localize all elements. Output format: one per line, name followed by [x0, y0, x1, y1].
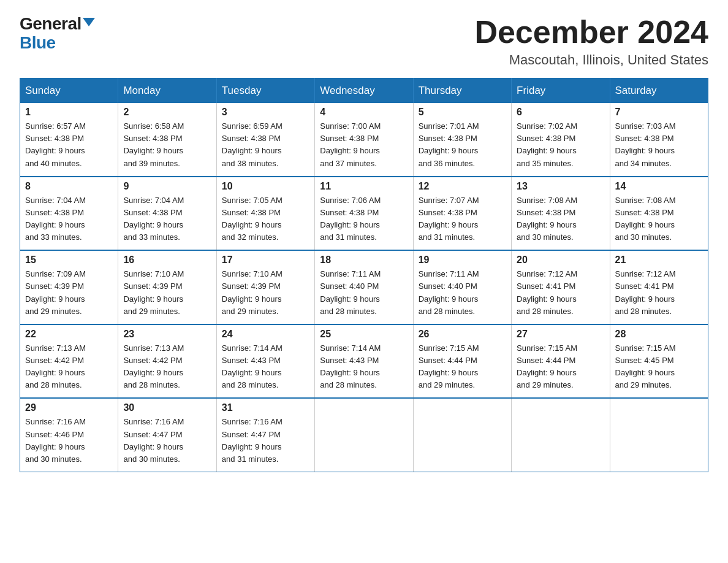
day-info: Sunrise: 7:12 AMSunset: 4:41 PMDaylight:…	[615, 269, 676, 315]
calendar-cell: 9 Sunrise: 7:04 AMSunset: 4:38 PMDayligh…	[118, 177, 216, 251]
title-block: December 2024 Mascoutah, Illinois, Unite…	[474, 15, 708, 68]
calendar-week-row: 1 Sunrise: 6:57 AMSunset: 4:38 PMDayligh…	[20, 103, 708, 177]
day-number: 13	[517, 181, 604, 192]
calendar-cell: 7 Sunrise: 7:03 AMSunset: 4:38 PMDayligh…	[610, 103, 708, 177]
calendar-cell: 3 Sunrise: 6:59 AMSunset: 4:38 PMDayligh…	[216, 103, 314, 177]
day-number: 25	[320, 329, 408, 340]
month-title: December 2024	[474, 15, 708, 50]
calendar-cell: 16 Sunrise: 7:10 AMSunset: 4:39 PMDaylig…	[118, 250, 216, 324]
calendar-cell: 1 Sunrise: 6:57 AMSunset: 4:38 PMDayligh…	[20, 103, 118, 177]
day-number: 3	[222, 107, 309, 118]
header-friday: Friday	[512, 79, 610, 104]
calendar-cell	[512, 398, 610, 472]
day-info: Sunrise: 7:08 AMSunset: 4:38 PMDaylight:…	[615, 196, 676, 242]
logo: General Blue	[20, 15, 95, 53]
location-title: Mascoutah, Illinois, United States	[474, 52, 708, 68]
weekday-header-row: Sunday Monday Tuesday Wednesday Thursday…	[20, 79, 708, 104]
day-info: Sunrise: 7:04 AMSunset: 4:38 PMDaylight:…	[25, 196, 86, 242]
calendar-cell: 29 Sunrise: 7:16 AMSunset: 4:46 PMDaylig…	[20, 398, 118, 472]
day-info: Sunrise: 7:08 AMSunset: 4:38 PMDaylight:…	[517, 196, 577, 242]
day-info: Sunrise: 7:11 AMSunset: 4:40 PMDaylight:…	[320, 269, 381, 315]
day-info: Sunrise: 7:16 AMSunset: 4:46 PMDaylight:…	[25, 417, 86, 463]
calendar-cell: 14 Sunrise: 7:08 AMSunset: 4:38 PMDaylig…	[610, 177, 708, 251]
day-info: Sunrise: 7:09 AMSunset: 4:39 PMDaylight:…	[25, 269, 86, 315]
day-info: Sunrise: 7:00 AMSunset: 4:38 PMDaylight:…	[320, 121, 381, 167]
calendar-cell: 19 Sunrise: 7:11 AMSunset: 4:40 PMDaylig…	[413, 250, 511, 324]
day-info: Sunrise: 7:04 AMSunset: 4:38 PMDaylight:…	[123, 196, 184, 242]
day-info: Sunrise: 7:13 AMSunset: 4:42 PMDaylight:…	[25, 343, 86, 389]
day-info: Sunrise: 7:14 AMSunset: 4:43 PMDaylight:…	[320, 343, 381, 389]
day-number: 30	[123, 402, 211, 413]
day-number: 15	[25, 255, 113, 266]
day-number: 23	[123, 329, 211, 340]
day-number: 16	[123, 255, 211, 266]
day-info: Sunrise: 7:07 AMSunset: 4:38 PMDaylight:…	[419, 196, 479, 242]
calendar-cell: 24 Sunrise: 7:14 AMSunset: 4:43 PMDaylig…	[216, 324, 314, 399]
header-thursday: Thursday	[413, 79, 511, 104]
header-tuesday: Tuesday	[216, 79, 314, 104]
calendar-cell: 10 Sunrise: 7:05 AMSunset: 4:38 PMDaylig…	[216, 177, 314, 251]
day-info: Sunrise: 7:15 AMSunset: 4:44 PMDaylight:…	[517, 343, 577, 389]
calendar-cell: 8 Sunrise: 7:04 AMSunset: 4:38 PMDayligh…	[20, 177, 118, 251]
calendar-cell	[413, 398, 511, 472]
day-info: Sunrise: 7:12 AMSunset: 4:41 PMDaylight:…	[517, 269, 577, 315]
day-info: Sunrise: 7:11 AMSunset: 4:40 PMDaylight:…	[419, 269, 479, 315]
calendar-week-row: 8 Sunrise: 7:04 AMSunset: 4:38 PMDayligh…	[20, 177, 708, 251]
calendar-cell: 30 Sunrise: 7:16 AMSunset: 4:47 PMDaylig…	[118, 398, 216, 472]
header-saturday: Saturday	[610, 79, 708, 104]
day-number: 26	[419, 329, 506, 340]
day-number: 22	[25, 329, 113, 340]
day-number: 1	[25, 107, 113, 118]
calendar-cell	[610, 398, 708, 472]
calendar-week-row: 15 Sunrise: 7:09 AMSunset: 4:39 PMDaylig…	[20, 250, 708, 324]
calendar-body: 1 Sunrise: 6:57 AMSunset: 4:38 PMDayligh…	[20, 103, 708, 472]
day-number: 21	[615, 255, 703, 266]
day-number: 29	[25, 402, 113, 413]
day-info: Sunrise: 7:10 AMSunset: 4:39 PMDaylight:…	[123, 269, 184, 315]
day-number: 6	[517, 107, 604, 118]
calendar-cell: 28 Sunrise: 7:15 AMSunset: 4:45 PMDaylig…	[610, 324, 708, 399]
header-monday: Monday	[118, 79, 216, 104]
day-info: Sunrise: 7:01 AMSunset: 4:38 PMDaylight:…	[419, 121, 479, 167]
calendar-cell: 6 Sunrise: 7:02 AMSunset: 4:38 PMDayligh…	[512, 103, 610, 177]
logo-blue-text: Blue	[20, 34, 56, 53]
calendar-cell: 20 Sunrise: 7:12 AMSunset: 4:41 PMDaylig…	[512, 250, 610, 324]
day-number: 10	[222, 181, 309, 192]
header-sunday: Sunday	[20, 79, 118, 104]
day-number: 7	[615, 107, 703, 118]
day-number: 2	[123, 107, 211, 118]
calendar-cell: 21 Sunrise: 7:12 AMSunset: 4:41 PMDaylig…	[610, 250, 708, 324]
calendar-cell: 25 Sunrise: 7:14 AMSunset: 4:43 PMDaylig…	[315, 324, 413, 399]
day-info: Sunrise: 7:15 AMSunset: 4:45 PMDaylight:…	[615, 343, 676, 389]
day-number: 11	[320, 181, 408, 192]
calendar-week-row: 29 Sunrise: 7:16 AMSunset: 4:46 PMDaylig…	[20, 398, 708, 472]
day-number: 4	[320, 107, 408, 118]
day-number: 27	[517, 329, 604, 340]
calendar-cell: 4 Sunrise: 7:00 AMSunset: 4:38 PMDayligh…	[315, 103, 413, 177]
day-info: Sunrise: 6:57 AMSunset: 4:38 PMDaylight:…	[25, 121, 86, 167]
calendar-cell: 31 Sunrise: 7:16 AMSunset: 4:47 PMDaylig…	[216, 398, 314, 472]
calendar-week-row: 22 Sunrise: 7:13 AMSunset: 4:42 PMDaylig…	[20, 324, 708, 399]
calendar-cell: 2 Sunrise: 6:58 AMSunset: 4:38 PMDayligh…	[118, 103, 216, 177]
day-info: Sunrise: 7:16 AMSunset: 4:47 PMDaylight:…	[222, 417, 282, 463]
calendar-cell: 13 Sunrise: 7:08 AMSunset: 4:38 PMDaylig…	[512, 177, 610, 251]
calendar-cell: 22 Sunrise: 7:13 AMSunset: 4:42 PMDaylig…	[20, 324, 118, 399]
day-number: 18	[320, 255, 408, 266]
calendar-cell: 11 Sunrise: 7:06 AMSunset: 4:38 PMDaylig…	[315, 177, 413, 251]
day-number: 24	[222, 329, 309, 340]
calendar-table: Sunday Monday Tuesday Wednesday Thursday…	[20, 78, 708, 472]
day-number: 8	[25, 181, 113, 192]
day-info: Sunrise: 6:59 AMSunset: 4:38 PMDaylight:…	[222, 121, 282, 167]
day-info: Sunrise: 6:58 AMSunset: 4:38 PMDaylight:…	[123, 121, 184, 167]
day-number: 5	[419, 107, 506, 118]
day-info: Sunrise: 7:03 AMSunset: 4:38 PMDaylight:…	[615, 121, 676, 167]
calendar-cell: 15 Sunrise: 7:09 AMSunset: 4:39 PMDaylig…	[20, 250, 118, 324]
day-info: Sunrise: 7:05 AMSunset: 4:38 PMDaylight:…	[222, 196, 282, 242]
logo-general-text: General	[20, 15, 82, 34]
day-info: Sunrise: 7:16 AMSunset: 4:47 PMDaylight:…	[123, 417, 184, 463]
day-info: Sunrise: 7:15 AMSunset: 4:44 PMDaylight:…	[419, 343, 479, 389]
day-info: Sunrise: 7:13 AMSunset: 4:42 PMDaylight:…	[123, 343, 184, 389]
calendar-cell	[315, 398, 413, 472]
day-number: 9	[123, 181, 211, 192]
calendar-cell: 27 Sunrise: 7:15 AMSunset: 4:44 PMDaylig…	[512, 324, 610, 399]
